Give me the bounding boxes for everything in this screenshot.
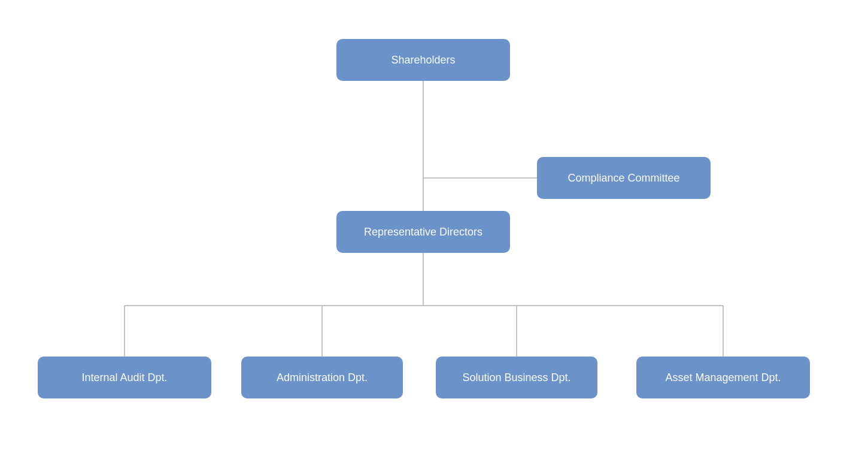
asset-management-node: Asset Management Dpt. [636,357,810,398]
solution-business-node: Solution Business Dpt. [436,357,597,398]
org-chart: Shareholders Compliance Committee Repres… [0,0,868,453]
shareholders-node: Shareholders [336,39,510,81]
internal-audit-node: Internal Audit Dpt. [38,357,211,398]
administration-node: Administration Dpt. [241,357,403,398]
compliance-committee-node: Compliance Committee [537,157,711,199]
representative-directors-node: Representative Directors [336,211,510,253]
